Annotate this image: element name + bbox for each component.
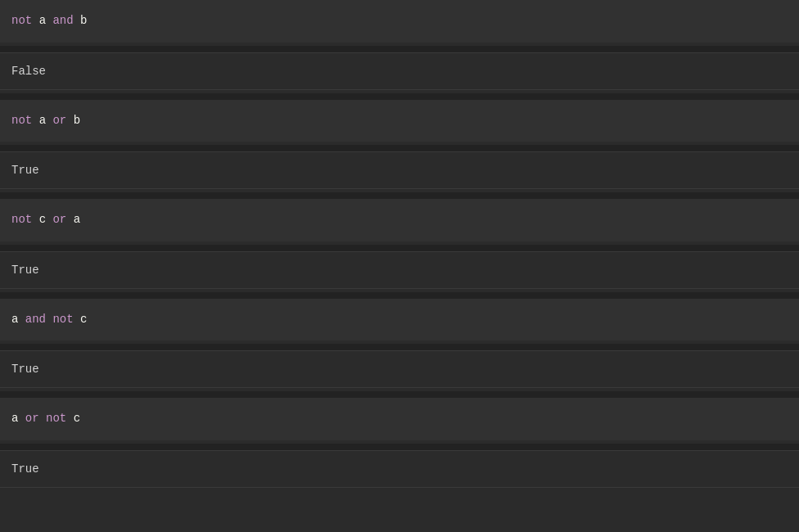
code-block-block2: not a or b xyxy=(0,100,799,142)
app-container: not a and bFalsenot a or bTruenot c or a… xyxy=(0,0,799,488)
keyword-not: not xyxy=(11,14,32,27)
code-text xyxy=(18,412,25,425)
code-text xyxy=(32,14,38,27)
keyword-a: a xyxy=(39,114,46,127)
keyword-or: or xyxy=(52,114,66,127)
separator xyxy=(0,444,799,450)
separator xyxy=(0,46,799,52)
code-text xyxy=(32,114,38,127)
code-text xyxy=(66,412,73,425)
separator xyxy=(0,292,799,299)
result-block-result5: True xyxy=(0,450,799,488)
separator xyxy=(0,192,799,199)
keyword-c: c xyxy=(80,313,87,326)
keyword-and: and xyxy=(52,14,73,27)
code-block-block3: not c or a xyxy=(0,199,799,241)
keyword-a: a xyxy=(74,213,80,226)
code-text xyxy=(74,14,80,27)
separator xyxy=(0,245,799,251)
code-text xyxy=(66,114,73,127)
keyword-a: a xyxy=(39,14,46,27)
keyword-not: not xyxy=(11,213,32,226)
result-block-result1: False xyxy=(0,52,799,90)
keyword-or: or xyxy=(25,412,39,425)
code-block-block4: a and not c xyxy=(0,299,799,341)
keyword-c: c xyxy=(74,412,80,425)
keyword-b: b xyxy=(80,14,87,27)
separator xyxy=(0,391,799,398)
keyword-c: c xyxy=(39,213,46,226)
code-block-block1: not a and b xyxy=(0,0,799,43)
result-block-result3: True xyxy=(0,251,799,289)
code-text xyxy=(32,213,38,226)
code-text xyxy=(39,412,46,425)
keyword-b: b xyxy=(74,114,80,127)
result-block-result2: True xyxy=(0,151,799,189)
keyword-or: or xyxy=(52,213,66,226)
code-text xyxy=(66,213,73,226)
keyword-not: not xyxy=(52,313,73,326)
separator xyxy=(0,145,799,151)
code-text xyxy=(18,313,25,326)
code-block-block5: a or not c xyxy=(0,398,799,440)
keyword-not: not xyxy=(46,412,66,425)
result-block-result4: True xyxy=(0,350,799,388)
code-text xyxy=(74,313,80,326)
keyword-not: not xyxy=(11,114,32,127)
keyword-and: and xyxy=(25,313,46,326)
separator xyxy=(0,344,799,350)
separator xyxy=(0,93,799,100)
